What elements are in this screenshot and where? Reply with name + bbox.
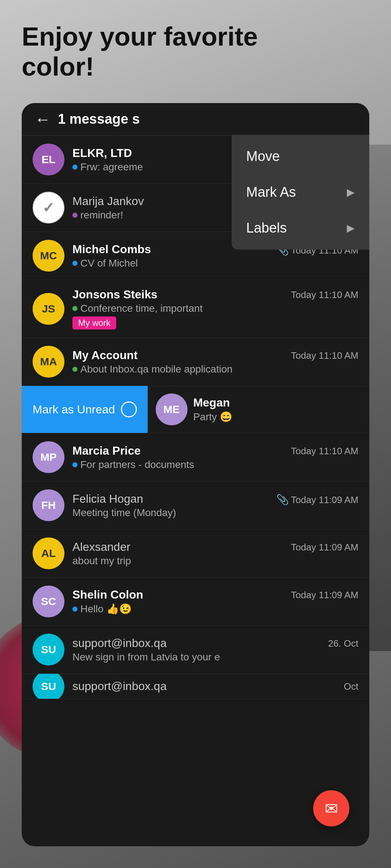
avatar-myaccount: MA	[33, 346, 64, 378]
email-content-alexsander: Alexsander about my trip Today 11:09 AM	[72, 540, 358, 567]
header-title: 1 message s	[58, 111, 356, 127]
context-move-label: Move	[246, 149, 280, 164]
avatar-megan: ME	[156, 393, 188, 425]
email-content-jonsons: Jonsons Steiks Conference time, importan…	[72, 288, 358, 329]
sender-support1: support@inbox.qa	[72, 637, 324, 650]
avatar-jonsons: JS	[33, 293, 64, 325]
avatar-support1: SU	[33, 634, 64, 665]
time-felicia: 📎Today 11:09 AM	[276, 492, 358, 506]
swipe-circle	[121, 401, 137, 417]
dot-jonsons	[72, 306, 77, 311]
sender-jonsons: Jonsons Steiks	[72, 288, 287, 301]
time-support2: Oct	[344, 680, 358, 692]
dot-marija	[72, 213, 77, 218]
time-jonsons: Today 11:10 AM	[291, 288, 358, 301]
back-button[interactable]: ←	[35, 110, 51, 128]
sender-myaccount: My Account	[72, 349, 287, 362]
avatar-felicia: FH	[33, 489, 64, 521]
avatar-marcia: MP	[33, 441, 64, 473]
email-top-shelin: Shelin Colon Hello 👍😉 Today 11:09 AM	[72, 588, 358, 615]
email-content-myaccount: My Account About Inbox.qa mobile applica…	[72, 349, 358, 375]
email-content-support1: support@inbox.qa New sign in from Latvia…	[72, 637, 358, 663]
swipe-label: Mark as Unread	[33, 403, 115, 416]
context-menu-labels[interactable]: Labels ▶	[232, 210, 369, 246]
email-item-support1[interactable]: SU support@inbox.qa New sign in from Lat…	[22, 626, 369, 674]
dot-michel	[72, 261, 77, 266]
preview-megan: Party 😄	[193, 411, 361, 423]
avatar-support2: SU	[33, 674, 64, 699]
swipe-avatar-area: ME Megan Party 😄	[148, 386, 369, 433]
headline: Enjoy your favorite color!	[22, 22, 258, 82]
email-item-jonsons[interactable]: JS Jonsons Steiks Conference time, impor…	[22, 280, 369, 338]
email-top-support1: support@inbox.qa New sign in from Latvia…	[72, 637, 358, 663]
avatar-elkr: EL	[33, 144, 64, 175]
avatar-alexsander: AL	[33, 537, 64, 569]
email-content-felicia: Felicia Hogan Meeting time (Monday) 📎Tod…	[72, 492, 358, 519]
dot-marcia	[72, 462, 77, 467]
email-content-megan: Megan Party 😄	[193, 396, 361, 423]
context-menu-mark-as[interactable]: Mark As ▶	[232, 174, 369, 210]
compose-button[interactable]: ✉	[313, 790, 349, 826]
email-item-felicia[interactable]: FH Felicia Hogan Meeting time (Monday) 📎…	[22, 481, 369, 529]
preview-shelin: Hello 👍😉	[72, 603, 287, 615]
sender-support2: support@inbox.qa	[72, 680, 340, 693]
email-item-marcia[interactable]: MP Marcia Price For partners - documents…	[22, 433, 369, 481]
avatar-shelin: SC	[33, 586, 64, 617]
avatar-michel: MC	[33, 240, 64, 272]
preview-myaccount: About Inbox.qa mobile application	[72, 363, 287, 375]
time-shelin: Today 11:09 AM	[291, 588, 358, 601]
dot-elkr	[72, 165, 77, 170]
card-header: ← 1 message s	[22, 103, 369, 136]
email-item-myaccount[interactable]: MA My Account About Inbox.qa mobile appl…	[22, 338, 369, 386]
avatar-marija	[33, 192, 64, 224]
context-menu: Move Mark As ▶ Labels ▶	[232, 135, 369, 250]
preview-support1: New sign in from Latvia to your e	[72, 651, 324, 663]
swipe-action-area: Mark as Unread	[22, 386, 148, 433]
dot-shelin	[72, 607, 77, 612]
headline-line2: color!	[22, 52, 94, 81]
context-labels-arrow: ▶	[347, 222, 355, 234]
headline-line1: Enjoy your favorite	[22, 22, 258, 51]
email-item-shelin[interactable]: SC Shelin Colon Hello 👍😉 Today 11:09 AM	[22, 578, 369, 626]
email-item-alexsander[interactable]: AL Alexsander about my trip Today 11:09 …	[22, 529, 369, 578]
time-myaccount: Today 11:10 AM	[291, 349, 358, 361]
preview-marcia: For partners - documents	[72, 459, 287, 471]
email-content-support2: support@inbox.qa Oct	[72, 680, 358, 693]
email-top-marcia: Marcia Price For partners - documents To…	[72, 444, 358, 471]
preview-alexsander: about my trip	[72, 555, 287, 567]
compose-icon: ✉	[325, 799, 338, 818]
email-content-shelin: Shelin Colon Hello 👍😉 Today 11:09 AM	[72, 588, 358, 615]
email-top-support2: support@inbox.qa Oct	[72, 680, 358, 693]
attachment-felicia: 📎	[276, 494, 289, 505]
label-tag-jonsons: My work	[72, 316, 116, 329]
main-card: ← 1 message s Move Mark As ▶ Labels ▶ EL…	[22, 103, 369, 846]
email-top-felicia: Felicia Hogan Meeting time (Monday) 📎Tod…	[72, 492, 358, 519]
email-content-marcia: Marcia Price For partners - documents To…	[72, 444, 358, 471]
email-item-megan[interactable]: Mark as Unread ME Megan Party 😄	[22, 386, 369, 433]
context-markas-arrow: ▶	[347, 186, 355, 198]
email-top-alexsander: Alexsander about my trip Today 11:09 AM	[72, 540, 358, 567]
sender-alexsander: Alexsander	[72, 540, 287, 554]
sender-megan: Megan	[193, 396, 361, 409]
context-labels-label: Labels	[246, 220, 287, 236]
sender-shelin: Shelin Colon	[72, 588, 287, 601]
time-alexsander: Today 11:09 AM	[291, 540, 358, 553]
context-markas-label: Mark As	[246, 184, 296, 200]
email-top-myaccount: My Account About Inbox.qa mobile applica…	[72, 349, 358, 375]
dot-myaccount	[72, 367, 77, 372]
context-menu-move[interactable]: Move	[232, 139, 369, 174]
preview-jonsons: Conference time, important	[72, 303, 287, 314]
email-item-support2[interactable]: SU support@inbox.qa Oct	[22, 674, 369, 699]
sender-felicia: Felicia Hogan	[72, 492, 273, 506]
email-top-jonsons: Jonsons Steiks Conference time, importan…	[72, 288, 358, 329]
sender-marcia: Marcia Price	[72, 444, 287, 458]
time-support1: 26. Oct	[328, 637, 358, 649]
time-marcia: Today 11:10 AM	[291, 444, 358, 457]
preview-felicia: Meeting time (Monday)	[72, 507, 273, 519]
preview-michel: CV of Michel	[72, 258, 273, 269]
